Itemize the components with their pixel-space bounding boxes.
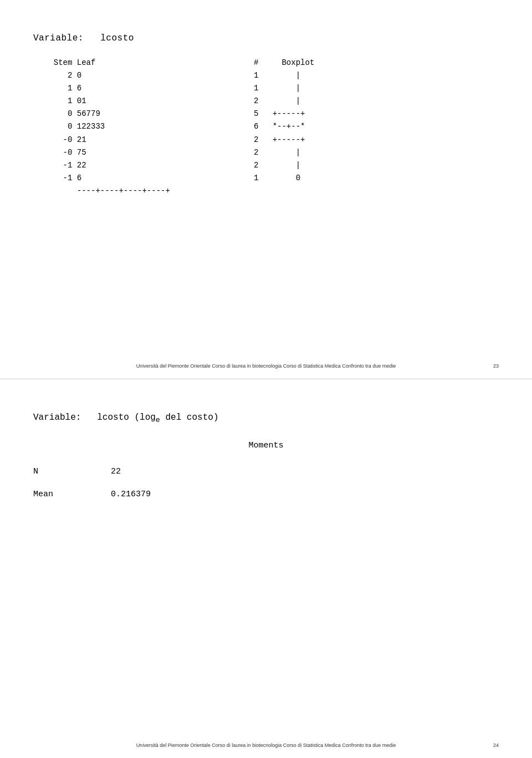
variable-label-24: Variable: [33,413,81,423]
page-23: Variable: lcosto Stem Leaf # Boxplot 2 0… [0,0,532,379]
n-label: N [33,467,78,476]
page24-footer: Università del Piemonte Orientale Corso … [0,742,532,748]
variable-name-24: lcosto [97,413,129,423]
page23-number: 23 [493,363,499,369]
log-subscript: e [156,416,160,424]
mean-value: 0.216379 [111,490,177,499]
variable-name-23: lcosto [100,33,134,43]
n-row: N 22 [33,467,499,476]
document: Variable: lcosto Stem Leaf # Boxplot 2 0… [0,0,532,758]
page24-variable-title: Variable: lcosto (loge del costo) [33,413,499,424]
mean-row: Mean 0.216379 [33,490,499,499]
n-value: 22 [111,467,177,476]
stemleaf-content: Stem Leaf # Boxplot 2 0 1 | 1 6 1 | 1 01 [44,57,499,197]
page-24: Variable: lcosto (loge del costo) Moment… [0,379,532,758]
variable-label-23: Variable: [33,33,84,43]
mean-label: Mean [33,490,78,499]
page24-number: 24 [493,742,499,748]
page23-variable-title: Variable: lcosto [33,33,499,43]
page23-footer: Università del Piemonte Orientale Corso … [0,363,532,369]
moments-heading: Moments [33,441,499,450]
stemleaf-plot: Stem Leaf # Boxplot 2 0 1 | 1 6 1 | 1 01 [44,57,499,197]
